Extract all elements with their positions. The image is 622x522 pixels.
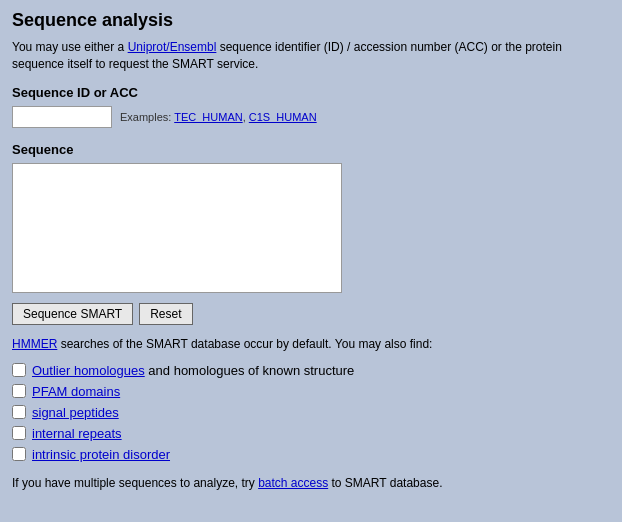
footer-text-after: to SMART database. — [328, 476, 442, 490]
checkbox-list: Outlier homologues and homologues of kno… — [12, 363, 610, 462]
checkbox-item-internal: internal repeats — [12, 426, 610, 441]
page-container: Sequence analysis You may use either a U… — [0, 0, 622, 502]
sequence-smart-button[interactable]: Sequence SMART — [12, 303, 133, 325]
sequence-section: Sequence — [12, 142, 610, 293]
checkbox-item-signal: signal peptides — [12, 405, 610, 420]
examples-prefix: Examples: — [120, 111, 171, 123]
checkbox-item-outlier: Outlier homologues and homologues of kno… — [12, 363, 610, 378]
sequence-id-section: Sequence ID or ACC Examples: TEC_HUMAN, … — [12, 85, 610, 128]
checkbox-item-intrinsic: intrinsic protein disorder — [12, 447, 610, 462]
hmmer-suffix: searches of the SMART database occur by … — [57, 337, 432, 351]
batch-access-link[interactable]: batch access — [258, 476, 328, 490]
checkbox-signal[interactable] — [12, 405, 26, 419]
examples-text: Examples: TEC_HUMAN, C1S_HUMAN — [120, 111, 317, 123]
checkbox-pfam[interactable] — [12, 384, 26, 398]
hmmer-text: HMMER searches of the SMART database occ… — [12, 335, 610, 353]
checkbox-item-pfam: PFAM domains — [12, 384, 610, 399]
checkbox-internal[interactable] — [12, 426, 26, 440]
uniprot-ensembl-link[interactable]: Uniprot/Ensembl — [128, 40, 217, 54]
checkbox-outlier-label[interactable]: Outlier homologues and homologues of kno… — [32, 363, 354, 378]
signal-peptides-link[interactable]: signal peptides — [32, 405, 119, 420]
footer-text-before: If you have multiple sequences to analyz… — [12, 476, 258, 490]
page-title: Sequence analysis — [12, 10, 610, 31]
internal-repeats-link[interactable]: internal repeats — [32, 426, 122, 441]
intrinsic-disorder-link[interactable]: intrinsic protein disorder — [32, 447, 170, 462]
outlier-homologues-link[interactable]: Outlier homologues — [32, 363, 145, 378]
buttons-row: Sequence SMART Reset — [12, 303, 610, 325]
hmmer-link[interactable]: HMMER — [12, 337, 57, 351]
checkbox-outlier[interactable] — [12, 363, 26, 377]
example-tec-human-link[interactable]: TEC_HUMAN — [174, 111, 242, 123]
sequence-id-row: Examples: TEC_HUMAN, C1S_HUMAN — [12, 106, 610, 128]
checkbox-intrinsic[interactable] — [12, 447, 26, 461]
sequence-textarea[interactable] — [12, 163, 342, 293]
intro-paragraph: You may use either a Uniprot/Ensembl seq… — [12, 39, 610, 73]
checkbox-signal-label[interactable]: signal peptides — [32, 405, 119, 420]
reset-button[interactable]: Reset — [139, 303, 192, 325]
checkbox-intrinsic-label[interactable]: intrinsic protein disorder — [32, 447, 170, 462]
example-c1s-human-link[interactable]: C1S_HUMAN — [249, 111, 317, 123]
sequence-id-input[interactable] — [12, 106, 112, 128]
footer-text: If you have multiple sequences to analyz… — [12, 474, 610, 492]
pfam-domains-link[interactable]: PFAM domains — [32, 384, 120, 399]
checkbox-internal-label[interactable]: internal repeats — [32, 426, 122, 441]
checkbox-pfam-label[interactable]: PFAM domains — [32, 384, 120, 399]
sequence-label: Sequence — [12, 142, 610, 157]
sequence-id-label: Sequence ID or ACC — [12, 85, 610, 100]
